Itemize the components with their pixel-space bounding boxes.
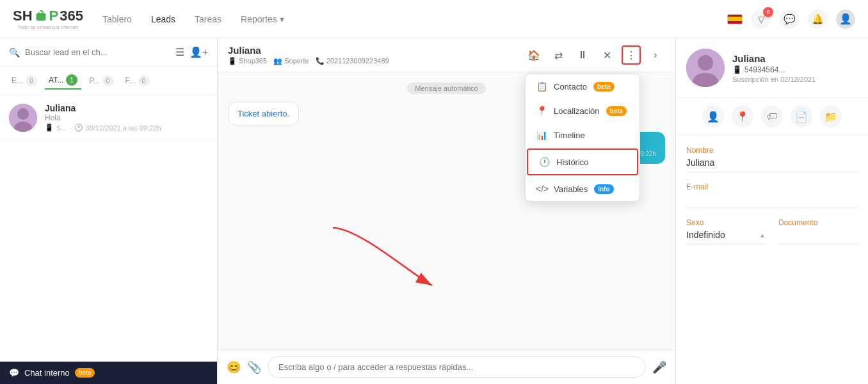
chat-interno-bar[interactable]: 💬 Chat interno beta — [0, 362, 217, 384]
lead-message: Hola — [45, 113, 208, 122]
tab-at[interactable]: AT... 1 — [45, 72, 81, 90]
reportes-chevron-icon: ▾ — [280, 14, 284, 24]
dropdown-item-timeline[interactable]: 📊 Timeline — [526, 123, 639, 147]
user-avatar-button[interactable]: 👤 — [836, 10, 855, 29]
location-icon-btn[interactable]: 📍 — [732, 106, 753, 127]
notes-icon-btn[interactable]: 📄 — [791, 106, 812, 127]
contacto-badge: beta — [593, 82, 615, 92]
chat-user-info: Juliana 📱 Shop365 👥 Soporte 📞 2021123009… — [228, 45, 519, 65]
right-user-info: Juliana 📱 54934564... Suscripción en 02/… — [732, 53, 816, 83]
logo[interactable]: SH P 365 Todo se vende por internet — [13, 8, 83, 30]
message-bubble-left: Ticket abierto. — [228, 102, 299, 125]
form-field-documento: Documento — [778, 218, 858, 244]
transfer-button[interactable]: ⇄ — [549, 45, 568, 65]
sexo-chevron-icon: ▲ — [759, 232, 766, 239]
timeline-icon: 📊 — [536, 130, 547, 140]
filter-button[interactable]: ▽ 6 — [751, 10, 771, 29]
more-options-button[interactable]: ⋮ — [622, 45, 641, 65]
right-phone: 📱 54934564... — [732, 65, 816, 74]
documento-value[interactable] — [778, 230, 858, 244]
attachment-button[interactable]: 📎 — [247, 360, 261, 374]
tab-f[interactable]: F... 0 — [122, 72, 154, 89]
tag-icon-btn[interactable]: 🏷 — [761, 106, 783, 127]
documento-label: Documento — [778, 218, 858, 227]
lead-item[interactable]: Juliana Hola 📱 S... · 🕐 30/12/2021 a las… — [0, 95, 217, 140]
tab-f-badge: 0 — [138, 75, 150, 86]
localizacion-badge: beta — [606, 106, 627, 116]
email-value[interactable] — [686, 194, 858, 208]
svg-point-1 — [38, 11, 40, 13]
nav-leads[interactable]: Leads — [151, 14, 175, 24]
next-button[interactable]: › — [646, 45, 665, 65]
chat-user-name: Juliana — [228, 45, 519, 56]
chat-input-bar: 😊 📎 🎤 — [218, 349, 675, 384]
chat-view-icon[interactable]: ☰ — [175, 46, 184, 58]
nav-tablero[interactable]: Tablero — [102, 14, 132, 24]
tab-e[interactable]: E... 0 — [8, 72, 41, 89]
dropdown-item-historico[interactable]: 🕐 Histórico — [527, 148, 638, 175]
sexo-label: Sexo — [686, 218, 766, 227]
right-avatar — [686, 49, 725, 87]
form-row-sexo-doc: Sexo Indefinido ▲ Documento — [686, 218, 858, 244]
left-panel: 🔍 ☰ 👤+ E... 0 AT... 1 P... 0 F... 0 — [0, 38, 218, 384]
form-field-sexo: Sexo Indefinido ▲ — [686, 218, 766, 244]
svg-point-3 — [17, 108, 29, 120]
lead-meta: 📱 S... · 🕐 30/12/2021 a las 09:22h — [45, 124, 208, 132]
logo-tagline: Todo se vende por internet — [18, 24, 79, 30]
flag-icon[interactable] — [727, 14, 743, 24]
chat-interno-label: Chat interno — [24, 368, 70, 378]
dropdown-item-variables[interactable]: </> Variables info — [526, 177, 639, 201]
dropdown-item-localizacion[interactable]: 📍 Localización beta — [526, 99, 639, 123]
topnav: SH P 365 Todo se vende por internet Tabl… — [0, 0, 868, 38]
location-icon: 📍 — [536, 106, 547, 116]
tab-p[interactable]: P... 0 — [85, 72, 117, 89]
lead-info: Juliana Hola 📱 S... · 🕐 30/12/2021 a las… — [45, 103, 208, 132]
whatsapp-meta-icon: 📱 Shop365 — [228, 57, 267, 65]
chat-input[interactable] — [268, 356, 646, 378]
right-form: Nombre Juliana E-mail Sexo Indefinido ▲ … — [676, 136, 868, 255]
pause-button[interactable]: ⏸ — [573, 45, 592, 65]
dropdown-item-contacto[interactable]: 📋 Contacto beta — [526, 74, 639, 99]
whatsapp-icon: 📱 — [45, 124, 54, 132]
nombre-label: Nombre — [686, 146, 858, 155]
form-field-email: E-mail — [686, 182, 858, 208]
nav-tareas[interactable]: Tareas — [195, 14, 221, 24]
tab-p-badge: 0 — [102, 75, 114, 86]
filter-badge: 6 — [763, 7, 773, 17]
search-icon: 🔍 — [9, 47, 20, 58]
person-icon-btn[interactable]: 👤 — [702, 106, 724, 127]
folder-icon-btn[interactable]: 📁 — [820, 106, 842, 127]
chat-header: Juliana 📱 Shop365 👥 Soporte 📞 2021123009… — [218, 38, 675, 72]
lead-name: Juliana — [45, 103, 208, 113]
chat-icon-button[interactable]: 💬 — [780, 10, 799, 29]
nombre-value[interactable]: Juliana — [686, 157, 858, 172]
history-icon: 🕐 — [538, 157, 550, 167]
main-layout: 🔍 ☰ 👤+ E... 0 AT... 1 P... 0 F... 0 — [0, 38, 868, 384]
sexo-value[interactable]: Indefinido ▲ — [686, 230, 766, 244]
middle-panel: Juliana 📱 Shop365 👥 Soporte 📞 2021123009… — [218, 38, 676, 384]
phone-icon: 📱 — [732, 65, 742, 74]
nav-right: ▽ 6 💬 🔔 👤 — [727, 10, 855, 29]
variables-badge: info — [594, 184, 613, 194]
microphone-button[interactable]: 🎤 — [652, 360, 666, 374]
tab-at-badge: 1 — [66, 74, 77, 86]
close-chat-button[interactable]: ✕ — [597, 45, 616, 65]
home-button[interactable]: 🏠 — [524, 45, 543, 65]
variables-icon: </> — [536, 184, 547, 194]
right-user-name: Juliana — [732, 53, 816, 64]
add-lead-icon[interactable]: 👤+ — [189, 46, 208, 58]
emoji-button[interactable]: 😊 — [227, 360, 241, 374]
right-icons-row: 👤 📍 🏷 📄 📁 — [676, 98, 868, 136]
chat-interno-icon: 💬 — [9, 368, 19, 378]
form-field-nombre: Nombre Juliana — [686, 146, 858, 172]
search-input[interactable] — [25, 47, 170, 57]
lead-list: Juliana Hola 📱 S... · 🕐 30/12/2021 a las… — [0, 95, 217, 362]
tabs-row: E... 0 AT... 1 P... 0 F... 0 — [0, 67, 217, 95]
support-meta-icon: 👥 Soporte — [273, 57, 309, 65]
phone-meta-icon: 📞 2021123009223489 — [316, 57, 389, 65]
nav-reportes[interactable]: Reportes ▾ — [241, 14, 284, 24]
notification-button[interactable]: 🔔 — [808, 10, 827, 29]
chat-actions: 🏠 ⇄ ⏸ ✕ ⋮ › — [524, 45, 665, 65]
right-subscription: Suscripción en 02/12/2021 — [732, 76, 816, 83]
auto-message-badge: Mensaje automático — [407, 83, 485, 94]
